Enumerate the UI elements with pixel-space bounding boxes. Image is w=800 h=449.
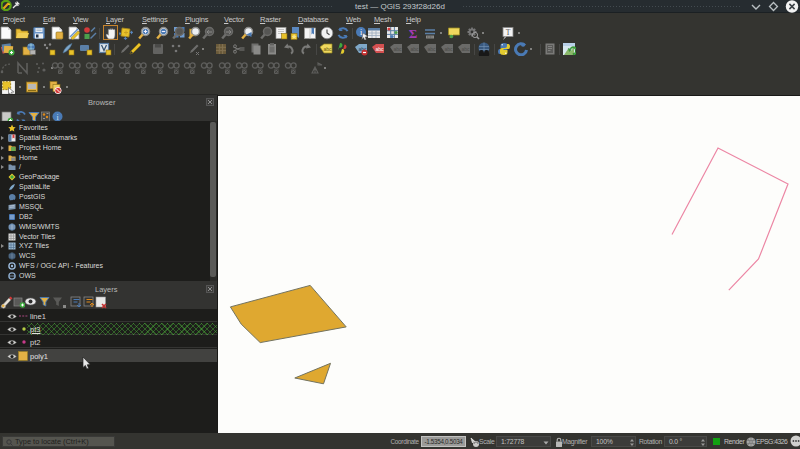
svg-text:T: T xyxy=(506,28,511,37)
svg-text:abc: abc xyxy=(461,46,470,52)
svg-text:abc: abc xyxy=(393,46,402,52)
svg-text:abc: abc xyxy=(427,46,436,52)
svg-text:abc: abc xyxy=(444,46,453,52)
svg-text:abc: abc xyxy=(323,46,332,52)
svg-text:abc: abc xyxy=(410,46,419,52)
svg-text:Σ: Σ xyxy=(409,26,418,40)
svg-text:abc: abc xyxy=(375,46,384,52)
